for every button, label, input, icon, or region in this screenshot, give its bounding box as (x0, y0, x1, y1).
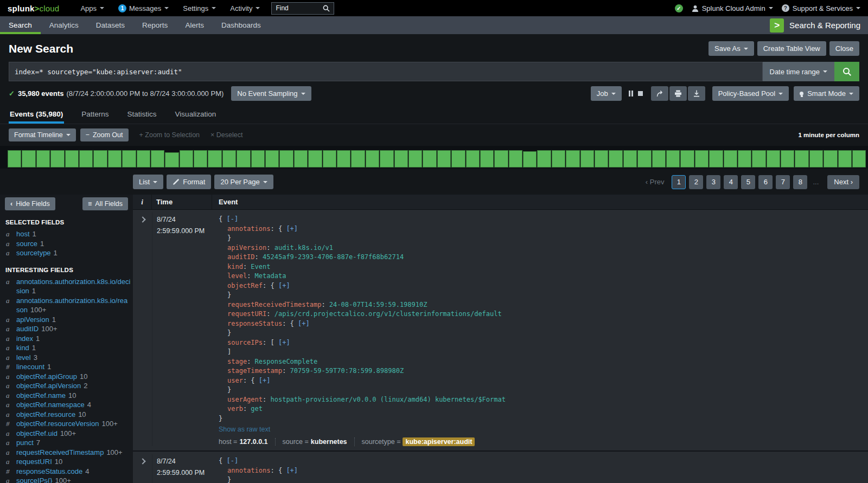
field-name[interactable]: apiVersion (16, 315, 49, 324)
field-item[interactable]: arequestReceivedTimestamp100+ (0, 448, 133, 458)
json-toggle[interactable]: [+] (298, 320, 310, 327)
search-submit-button[interactable] (834, 62, 859, 81)
timeline-bar[interactable] (36, 150, 50, 168)
json-toggle[interactable]: [-] (226, 215, 238, 223)
field-name[interactable]: source (16, 240, 37, 248)
page-button-6[interactable]: 6 (758, 175, 773, 189)
appnav-item-reports[interactable]: Reports (133, 16, 176, 34)
stop-button[interactable] (638, 91, 643, 96)
field-name[interactable]: linecount (16, 363, 44, 371)
field-name[interactable]: objectRef.uid (16, 429, 58, 437)
deselect-button[interactable]: × Deselect (210, 131, 242, 139)
menu-activity[interactable]: Activity (223, 0, 267, 16)
timeline-bar[interactable] (308, 150, 322, 168)
timeline-bar[interactable] (93, 150, 107, 168)
field-item[interactable]: #objectRef.resourceVersion100+ (0, 419, 133, 429)
timeline-bar[interactable] (552, 150, 565, 168)
timeline-bar[interactable] (165, 152, 178, 168)
field-name[interactable]: sourcetype (16, 249, 51, 257)
field-item[interactable]: apunct7 (0, 438, 133, 448)
field-item[interactable]: aobjectRef.resource10 (0, 410, 133, 420)
timeline-bar[interactable] (494, 150, 508, 168)
timeline-bar[interactable] (108, 150, 122, 168)
timeline-bar[interactable] (22, 150, 35, 168)
field-name[interactable]: sourceIPs{} (16, 476, 53, 483)
field-item[interactable]: akind1 (0, 343, 133, 353)
appnav-item-search[interactable]: Search (0, 16, 41, 34)
field-name[interactable]: host (16, 230, 30, 238)
timeline-bar[interactable] (652, 150, 666, 168)
timeline-bar[interactable] (451, 150, 465, 168)
page-button-4[interactable]: 4 (724, 175, 738, 189)
hide-fields-button[interactable]: ‹Hide Fields (5, 197, 55, 210)
timeline-bar[interactable] (222, 150, 236, 168)
timeline-bar[interactable] (595, 150, 608, 168)
appnav-item-alerts[interactable]: Alerts (176, 16, 213, 34)
create-table-view-button[interactable]: Create Table View (757, 41, 826, 56)
field-name[interactable]: kind (16, 344, 29, 352)
print-button[interactable] (669, 86, 687, 101)
timeline-bar[interactable] (251, 150, 265, 168)
field-item[interactable]: arequestURI10 (0, 457, 133, 467)
timeline-bar[interactable] (208, 150, 221, 168)
field-name[interactable]: objectRef.resource (16, 410, 75, 418)
field-item[interactable]: aobjectRef.apiVersion2 (0, 381, 133, 391)
menu-messages[interactable]: 1Messages (111, 0, 176, 16)
list-view-button[interactable]: List (133, 175, 163, 189)
format-button[interactable]: Format (167, 175, 211, 189)
timeline-bar[interactable] (65, 150, 79, 168)
field-name[interactable]: responseStatus.code (16, 467, 82, 475)
page-button-2[interactable]: 2 (689, 175, 703, 189)
timeline-bar[interactable] (294, 150, 308, 168)
json-toggle[interactable]: [+] (278, 339, 290, 346)
timeline-bar[interactable] (122, 150, 136, 168)
timeline-bar[interactable] (480, 150, 494, 168)
appnav-item-analytics[interactable]: Analytics (41, 16, 87, 34)
field-item[interactable]: #linecount1 (0, 362, 133, 372)
field-item[interactable]: aobjectRef.namespace4 (0, 400, 133, 410)
search-mode-button[interactable]: Smart Mode (794, 86, 859, 101)
timeline-bar[interactable] (279, 150, 293, 168)
timeline-bar[interactable] (680, 150, 694, 168)
page-button-5[interactable]: 5 (741, 175, 755, 189)
timeline-bar[interactable] (623, 150, 637, 168)
timeline-bar[interactable] (809, 150, 823, 168)
field-item[interactable]: aobjectRef.uid100+ (0, 429, 133, 439)
timeline-bar[interactable] (423, 150, 436, 168)
tab-0[interactable]: Events (35,980) (9, 105, 64, 124)
json-toggle[interactable]: [+] (259, 377, 271, 384)
close-button[interactable]: Close (829, 41, 859, 56)
meta-host[interactable]: host = 127.0.0.1 (219, 438, 268, 446)
field-item[interactable]: aauditID100+ (0, 324, 133, 334)
field-name[interactable]: objectRef.namespace (16, 401, 85, 409)
timeline-bar[interactable] (265, 150, 279, 168)
timeline-bar[interactable] (437, 150, 451, 168)
field-item[interactable]: aindex1 (0, 334, 133, 344)
share-button[interactable] (651, 86, 668, 101)
json-toggle[interactable]: [+] (286, 467, 298, 474)
field-item[interactable]: aapiVersion1 (0, 315, 133, 325)
timeline-bar[interactable] (194, 150, 207, 168)
tab-2[interactable]: Statistics (126, 105, 158, 124)
field-name[interactable]: requestURI (16, 458, 52, 466)
timeline-bar[interactable] (180, 150, 193, 168)
field-item[interactable]: aobjectRef.name10 (0, 391, 133, 401)
timeline-bar[interactable] (838, 150, 852, 168)
timeline-bar[interactable] (709, 150, 723, 168)
timeline-bar[interactable] (824, 150, 837, 168)
field-item[interactable]: asourceIPs{}100+ (0, 476, 133, 483)
timeline-bar[interactable] (738, 150, 751, 168)
json-toggle[interactable]: [+] (286, 225, 298, 233)
all-fields-button[interactable]: ≡All Fields (82, 197, 128, 210)
timeline-bar[interactable] (609, 150, 622, 168)
support-menu[interactable]: ? Support & Services (782, 4, 860, 12)
zoom-out-button[interactable]: −Zoom Out (80, 128, 129, 141)
timeline-bar[interactable] (366, 150, 379, 168)
pause-button[interactable] (629, 91, 633, 96)
field-name[interactable]: objectRef.apiVersion (16, 382, 81, 390)
date-range-picker[interactable]: Date time range (763, 62, 835, 81)
per-page-button[interactable]: 20 Per Page (214, 175, 273, 189)
timeline-bar[interactable] (852, 150, 866, 168)
appnav-item-dashboards[interactable]: Dashboards (213, 16, 270, 34)
format-timeline-button[interactable]: Format Timeline (9, 128, 76, 141)
